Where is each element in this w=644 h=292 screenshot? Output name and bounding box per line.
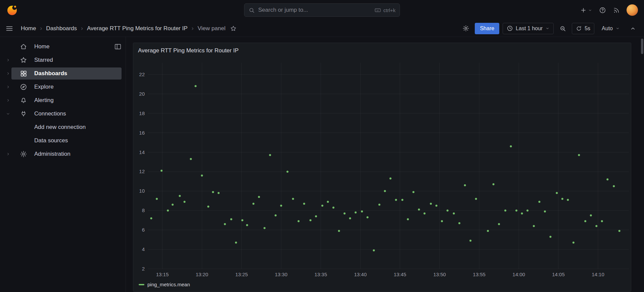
chevron-down-icon bbox=[545, 26, 550, 31]
search-shortcut: ctrl+k bbox=[374, 7, 396, 13]
zoom-out-icon bbox=[559, 25, 566, 32]
star-icon bbox=[20, 56, 27, 64]
chevron-down-icon bbox=[588, 8, 592, 12]
svg-text:13:40: 13:40 bbox=[354, 272, 367, 277]
time-range-picker[interactable]: Last 1 hour bbox=[503, 23, 554, 34]
dashboards-grid-icon bbox=[20, 70, 27, 77]
help-icon bbox=[599, 7, 606, 14]
search-shortcut-label: ctrl+k bbox=[383, 7, 396, 13]
svg-text:6: 6 bbox=[142, 227, 145, 233]
sidebar-item-label: Alerting bbox=[34, 97, 54, 104]
collapse-toolbar-button[interactable] bbox=[627, 23, 639, 34]
sidebar-item-home[interactable]: Home bbox=[0, 40, 126, 53]
breadcrumb: Home › Dashboards › Average RTT Ping Met… bbox=[5, 25, 237, 33]
sidebar-item-explore[interactable]: Explore bbox=[0, 80, 126, 94]
search-icon bbox=[248, 7, 255, 13]
svg-text:22: 22 bbox=[139, 71, 145, 77]
home-icon bbox=[20, 43, 27, 50]
refresh-icon bbox=[576, 26, 582, 32]
sidebar-item-dashboards[interactable]: Dashboards bbox=[0, 67, 126, 80]
chevron-right-icon[interactable] bbox=[5, 71, 11, 76]
dashboard-settings-button[interactable] bbox=[460, 23, 471, 34]
svg-text:20: 20 bbox=[139, 91, 145, 97]
svg-text:14:00: 14:00 bbox=[512, 272, 525, 277]
breadcrumb-dashboard-title[interactable]: Average RTT Ping Metrics for Router IP bbox=[87, 25, 188, 32]
chevron-right-icon[interactable] bbox=[5, 98, 11, 103]
sidebar-item-data-sources[interactable]: Data sources bbox=[0, 134, 126, 147]
topbar-actions bbox=[580, 4, 638, 16]
gear-icon bbox=[20, 150, 27, 158]
plus-icon bbox=[580, 7, 587, 14]
compass-icon bbox=[20, 83, 27, 91]
plug-icon bbox=[20, 110, 27, 117]
refresh-interval-label: 5s bbox=[585, 26, 590, 32]
chevron-right-icon[interactable] bbox=[5, 85, 11, 89]
toolbar-actions: Share Last 1 hour 5s Auto bbox=[460, 23, 639, 34]
auto-label: Auto bbox=[602, 26, 613, 32]
breadcrumb-separator: › bbox=[192, 25, 194, 32]
breadcrumb-dashboards[interactable]: Dashboards bbox=[46, 25, 77, 32]
gear-icon bbox=[462, 25, 469, 32]
svg-text:13:25: 13:25 bbox=[235, 272, 248, 277]
search-input[interactable]: Search or jump to... ctrl+k bbox=[244, 3, 400, 17]
svg-text:14: 14 bbox=[139, 149, 145, 155]
chevron-down-icon bbox=[615, 26, 620, 31]
svg-text:2: 2 bbox=[142, 266, 145, 272]
chevron-right-icon[interactable] bbox=[5, 58, 11, 62]
breadcrumb-separator: › bbox=[81, 25, 83, 32]
svg-text:13:45: 13:45 bbox=[394, 272, 406, 277]
svg-text:12: 12 bbox=[139, 168, 145, 174]
page-scrollbar[interactable] bbox=[641, 37, 644, 292]
sidebar-item-label: Data sources bbox=[34, 137, 68, 144]
sidebar-item-label: Administration bbox=[34, 151, 71, 157]
sidebar-item-label: Add new connection bbox=[34, 124, 86, 131]
mega-menu-toggle[interactable] bbox=[5, 25, 13, 33]
chart-legend[interactable]: ping_metrics.mean bbox=[139, 282, 190, 287]
dashboard-toolbar: Home › Dashboards › Average RTT Ping Met… bbox=[0, 20, 644, 37]
sidebar-item-add-new-connection[interactable]: Add new connection bbox=[0, 120, 126, 134]
svg-text:13:20: 13:20 bbox=[196, 272, 209, 277]
zoom-out-time-button[interactable] bbox=[557, 23, 568, 34]
sidebar-item-starred[interactable]: Starred bbox=[0, 53, 126, 67]
auto-refresh-dropdown[interactable]: Auto bbox=[598, 23, 624, 34]
rss-icon bbox=[613, 7, 620, 14]
sidebar-item-label: Starred bbox=[34, 57, 53, 63]
svg-text:4: 4 bbox=[142, 246, 145, 252]
svg-text:16: 16 bbox=[139, 130, 145, 136]
news-button[interactable] bbox=[613, 7, 620, 14]
new-menu-button[interactable] bbox=[580, 7, 592, 14]
sidebar-item-alerting[interactable]: Alerting bbox=[0, 94, 126, 107]
chevron-down-icon[interactable] bbox=[5, 111, 11, 116]
legend-series-label: ping_metrics.mean bbox=[147, 282, 190, 287]
refresh-picker[interactable]: 5s bbox=[572, 23, 594, 34]
sidebar-item-connections[interactable]: Connections bbox=[0, 107, 126, 120]
sidebar-item-label: Connections bbox=[34, 110, 66, 117]
grafana-logo[interactable] bbox=[6, 4, 18, 16]
svg-text:13:30: 13:30 bbox=[275, 272, 288, 277]
breadcrumb-separator: › bbox=[40, 25, 42, 32]
time-series-chart[interactable]: 13:1513:2013:2513:3013:3513:4013:4513:50… bbox=[133, 43, 632, 292]
keyboard-icon bbox=[374, 7, 381, 13]
svg-text:13:35: 13:35 bbox=[315, 272, 327, 277]
sidebar-item-label: Home bbox=[34, 43, 49, 50]
svg-text:14:05: 14:05 bbox=[552, 272, 565, 277]
mega-menu-sidebar: Home Starred Dashboards bbox=[0, 37, 126, 292]
breadcrumb-view-panel: View panel bbox=[198, 25, 226, 32]
favorite-star-icon[interactable] bbox=[230, 25, 237, 32]
user-avatar[interactable] bbox=[627, 4, 638, 16]
svg-text:13:50: 13:50 bbox=[433, 272, 446, 277]
svg-text:10: 10 bbox=[139, 188, 145, 194]
time-range-label: Last 1 hour bbox=[516, 26, 543, 32]
bell-icon bbox=[20, 97, 27, 104]
help-button[interactable] bbox=[599, 7, 606, 14]
share-button[interactable]: Share bbox=[475, 23, 499, 34]
scrollbar-thumb[interactable] bbox=[641, 39, 643, 54]
sidebar-item-label: Dashboards bbox=[34, 70, 67, 77]
dock-menu-icon[interactable] bbox=[114, 43, 122, 50]
timeseries-panel: 13:1513:2013:2513:3013:3513:4013:4513:50… bbox=[133, 43, 631, 292]
sidebar-item-administration[interactable]: Administration bbox=[0, 147, 126, 161]
chevron-right-icon[interactable] bbox=[5, 152, 11, 156]
breadcrumb-home[interactable]: Home bbox=[21, 25, 36, 32]
search-placeholder: Search or jump to... bbox=[258, 7, 371, 13]
top-bar: Search or jump to... ctrl+k bbox=[0, 0, 644, 20]
